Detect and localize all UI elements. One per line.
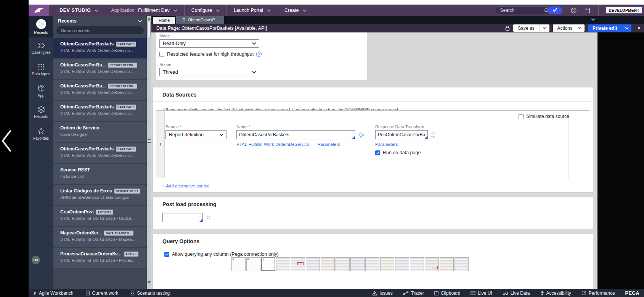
scroll-down-arrow-icon[interactable] (148, 281, 151, 284)
scroll-up-arrow-icon[interactable] (148, 18, 151, 20)
page-thumbnail[interactable] (425, 257, 439, 271)
open-rule-target-icon[interactable] (358, 132, 364, 138)
document-header: Data Page: ObtemCasosPorBaskets [Availab… (151, 24, 644, 32)
rail-item-favorites[interactable]: Favorites (29, 123, 53, 144)
page-thumbnail[interactable] (276, 257, 290, 271)
recents-item[interactable]: Service REST Instance List (53, 164, 147, 185)
recents-item[interactable]: ObtemCasosPorBasketsDATA PAGE VTAL-Fulfi… (53, 38, 147, 59)
application-menu[interactable]: Application: Fulfillment Dev (104, 5, 184, 16)
close-icon[interactable]: × (635, 25, 643, 31)
recents-collapse-chevron-icon[interactable] (138, 19, 142, 23)
private-edit-button[interactable]: Private edit (588, 24, 631, 32)
create-menu[interactable]: Create (278, 5, 313, 16)
help-icon[interactable]: ? (571, 8, 577, 13)
page-thumbnail[interactable] (306, 257, 320, 271)
rail-item-app[interactable]: App (29, 80, 53, 102)
live-ui-button[interactable]: Live UI (471, 291, 492, 296)
tab-overflow-chevron-icon[interactable] (591, 18, 595, 21)
recents-item[interactable]: Ordem de Servico Case Designer (53, 122, 147, 143)
scrollbar-thumb[interactable] (148, 21, 151, 37)
clipboard-button[interactable]: Clipboard (434, 291, 460, 296)
rdt-parameters-link[interactable]: Parameters (375, 142, 398, 147)
flask-icon (130, 291, 135, 295)
save-as-button[interactable]: Save as (513, 24, 549, 32)
rail-item-data-types[interactable]: Data types (29, 59, 53, 80)
agile-workbench-button[interactable]: Agile Workbench (33, 291, 74, 296)
page-thumbnail[interactable] (365, 257, 379, 271)
recents-item[interactable]: CriaOrdemPostACTIVITY VTAL-Fulfillm-Int-… (53, 206, 147, 227)
page-thumbnail[interactable] (350, 257, 365, 271)
search-submit-button[interactable] (547, 6, 562, 14)
page-thumbnail[interactable] (380, 257, 394, 271)
recents-item[interactable]: ObtemCasosPorBasketsDATA PAGE VTAL-Fulfi… (53, 143, 147, 164)
page-thumbnail[interactable] (410, 257, 424, 271)
collapse-left-chevron-icon[interactable] (0, 129, 12, 153)
source-type-select[interactable]: Report definition (165, 130, 226, 139)
global-search[interactable] (495, 6, 552, 14)
launch-portal-menu[interactable]: Launch Portal (227, 5, 278, 16)
run-on-data-page-checkbox[interactable] (375, 150, 380, 155)
splitter-grip-icon[interactable] (148, 139, 151, 143)
recents-item[interactable]: ProcessaCriacaoOrdemSe...ACTIV... VTAL-F… (53, 248, 147, 269)
recents-item[interactable]: Listar Códigos de ErrosSERVICE REST APIO… (53, 185, 147, 206)
page-thumbnail[interactable] (395, 257, 409, 271)
pega-logo[interactable] (29, 5, 49, 16)
page-thumbnail[interactable] (246, 257, 260, 271)
simulate-data-source-checkbox[interactable] (519, 114, 524, 119)
recents-item[interactable]: ObtemCasosPorBa...REPORT DEFINI... VTAL-… (53, 80, 147, 101)
actions-label: Actions (553, 24, 577, 32)
page-thumbnail[interactable] (336, 257, 350, 271)
cube-icon (37, 84, 45, 92)
page-thumbnail[interactable] (231, 257, 246, 271)
recents-item[interactable]: ObtemCasosPorBasketsDATA PAGE VTAL-Fulfi… (53, 101, 147, 122)
post-load-activity-input[interactable] (162, 213, 203, 222)
mode-select[interactable]: Read-Only (159, 39, 259, 48)
scenario-testing-button[interactable]: Scenario testing (130, 291, 170, 296)
autocomplete-corner-icon (424, 136, 427, 139)
applies-to-class-link[interactable]: VTAL-Fulfillm-Work-OrdemDeServico (236, 142, 309, 147)
scope-select[interactable]: Thread (159, 68, 259, 76)
issues-button[interactable]: Issues (372, 291, 393, 296)
performance-button[interactable]: Performance (581, 291, 615, 296)
allow-querying-checkbox[interactable] (164, 252, 169, 257)
panel-scrollbar[interactable] (147, 16, 151, 289)
accessibility-button[interactable]: Accessibility (540, 291, 571, 296)
parameters-link[interactable]: Parameters (318, 142, 340, 147)
save-as-chevron-down-icon[interactable] (539, 24, 549, 32)
tab-home[interactable]: Home (153, 17, 175, 24)
recents-item[interactable]: MapearOrdemSer...DATA TRANSFO... VTAL-Fu… (53, 227, 147, 248)
open-rule-target-icon[interactable] (206, 215, 212, 221)
tracer-button[interactable]: Tracer (403, 291, 424, 296)
private-edit-chevron-down-icon[interactable] (622, 24, 631, 32)
studio-chevron-down-icon[interactable] (95, 9, 98, 12)
page-thumbnail[interactable] (321, 257, 335, 271)
launch-portal-chevron-down-icon (267, 9, 271, 12)
report-definition-name-input[interactable] (236, 130, 355, 139)
page-thumbnail[interactable] (291, 257, 305, 271)
rail-item-records[interactable]: Records (29, 102, 53, 123)
rail-item-recents[interactable]: Recents (29, 16, 53, 37)
page-thumbnails-strip (231, 257, 469, 271)
hierarchy-icon[interactable] (585, 8, 591, 13)
rail-item-case-types[interactable]: Case types (29, 37, 53, 59)
lock-icon[interactable] (505, 25, 510, 31)
actions-chevron-down-icon (577, 24, 585, 32)
response-data-transform-input[interactable] (375, 130, 428, 139)
open-rule-target-icon[interactable] (430, 132, 437, 138)
help-icon[interactable]: ? (256, 52, 262, 57)
add-alternative-source-link[interactable]: + Add alternative source (162, 184, 210, 188)
current-work-button[interactable]: Current work (86, 291, 119, 296)
user-avatar[interactable]: GV (32, 256, 40, 264)
page-thumbnail[interactable] (454, 257, 469, 271)
tab-d-obtemcasos[interactable]: D_ObtemCasosP... (176, 16, 224, 24)
page-thumbnail[interactable] (440, 257, 454, 271)
configure-menu[interactable]: Configure (185, 5, 226, 16)
page-thumbnail-selected[interactable] (261, 257, 275, 271)
recents-item[interactable]: ObtemCasosPorBa...REPORT DEFINI... VTAL-… (53, 59, 147, 80)
live-data-button[interactable]: Live Data (503, 291, 530, 296)
restricted-feature-checkbox[interactable] (159, 52, 164, 57)
global-search-input[interactable] (495, 7, 544, 14)
recents-search-input[interactable] (56, 26, 144, 34)
recents-item-badge: SERVICE REST (114, 189, 140, 194)
actions-button[interactable]: Actions (553, 24, 585, 32)
